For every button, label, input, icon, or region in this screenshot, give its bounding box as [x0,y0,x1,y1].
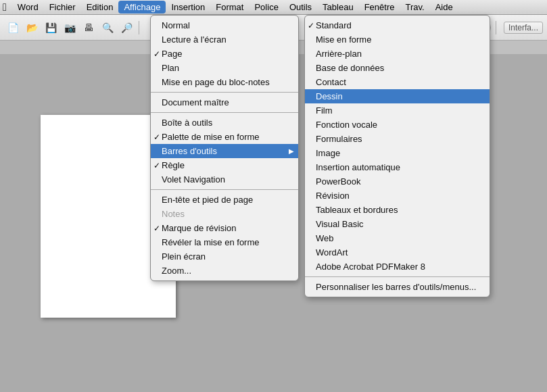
affichage-dropdown: Normal Lecture à l'écran ✓ Page Plan Mis… [150,15,299,281]
menu-affichage-boite-outils[interactable]: Boîte à outils [151,116,298,130]
menu-affichage-volet[interactable]: Volet Navigation [151,172,298,187]
menu-word[interactable]: Word [12,1,44,14]
toolbar-print-icon[interactable]: 🖶 [80,19,97,36]
menu-barres-standard[interactable]: ✓ Standard [305,18,490,32]
menu-bar:  Word Fichier Edition Affichage Inserti… [0,0,547,15]
menu-barres-personnaliser[interactable]: Personnaliser les barres d'outils/menus.… [305,280,490,294]
menu-barres-acrobat[interactable]: Adobe Acrobat PDFMaker 8 [305,260,490,274]
menu-affichage-entete[interactable]: En-tête et pied de page [151,193,298,207]
separator-3 [151,189,298,190]
menu-barres-base-donnees[interactable]: Base de données [305,61,490,75]
check-icon: ✓ [153,161,160,170]
menu-affichage-palette[interactable]: ✓ Palette de mise en forme [151,130,298,144]
menu-barres-insertion-auto[interactable]: Insertion automatique [305,160,490,174]
menu-barres-arriere-plan[interactable]: Arrière-plan [305,47,490,61]
menu-fenetre[interactable]: Fenêtre [359,1,400,14]
menu-affichage-bloc-notes[interactable]: Mise en page du bloc-notes [151,75,298,89]
separator-2 [151,112,298,113]
menu-barres-powerbook[interactable]: PowerBook [305,174,490,189]
menu-affichage[interactable]: Affichage [118,1,166,14]
check-icon: ✓ [308,21,314,30]
menu-affichage-lecture[interactable]: Lecture à l'écran [151,32,298,47]
menu-barres-formulaires[interactable]: Formulaires [305,132,490,146]
menu-barres-tableaux-bordures[interactable]: Tableaux et bordures [305,203,490,217]
menu-affichage-reveler[interactable]: Révéler la mise en forme [151,235,298,249]
menu-aide[interactable]: Aide [430,1,458,14]
menu-barres-fonction-vocale[interactable]: Fonction vocale [305,118,490,132]
menu-outils[interactable]: Outils [284,1,317,14]
menu-barres-mise-en-forme[interactable]: Mise en forme [305,32,490,47]
menu-affichage-zoom[interactable]: Zoom... [151,264,298,278]
menu-affichage-page[interactable]: ✓ Page [151,47,298,61]
menu-barres-wordart[interactable]: WordArt [305,245,490,260]
menu-insertion[interactable]: Insertion [166,1,210,14]
menu-barres-web[interactable]: Web [305,231,490,245]
menu-police[interactable]: Police [249,1,283,14]
toolbar-print-preview-icon[interactable]: 📷 [61,19,78,36]
separator-1 [151,92,298,93]
check-icon: ✓ [153,224,160,233]
check-icon: ✓ [153,49,160,59]
menu-affichage-document-maitre[interactable]: Document maître [151,95,298,109]
menu-barres-film[interactable]: Film [305,103,490,118]
barres-separator [305,276,490,277]
menu-affichage-marque[interactable]: ✓ Marque de révision [151,221,298,235]
toolbar-open-icon[interactable]: 📂 [23,19,41,36]
menu-affichage-regle[interactable]: ✓ Règle [151,158,298,172]
check-icon: ✓ [153,132,160,142]
menu-affichage-notes: Notes [151,207,298,221]
barres-dropdown: ✓ Standard Mise en forme Arrière-plan Ba… [304,15,490,297]
interface-button[interactable]: Interfa... [504,22,543,34]
toolbar-new-icon[interactable]: 📄 [4,19,22,36]
menu-barres-image[interactable]: Image [305,146,490,160]
toolbar-zoom-icon[interactable]: 🔎 [118,19,135,36]
toolbar-save-icon[interactable]: 💾 [42,19,60,36]
menu-trav[interactable]: Trav. [400,1,429,14]
apple-logo-icon[interactable]:  [3,1,7,14]
menu-affichage-normal[interactable]: Normal [151,18,298,32]
toolbar-separator-2 [496,21,496,34]
menu-affichage-plein-ecran[interactable]: Plein écran [151,249,298,264]
menu-fichier[interactable]: Fichier [44,1,81,14]
menu-barres-contact[interactable]: Contact [305,75,490,89]
menu-affichage-barres[interactable]: Barres d'outils [151,144,298,158]
menu-edition[interactable]: Edition [81,1,119,14]
menu-barres-revision[interactable]: Révision [305,189,490,203]
menu-tableau[interactable]: Tableau [317,1,359,14]
menu-affichage-plan[interactable]: Plan [151,61,298,75]
toolbar-search-icon[interactable]: 🔍 [99,19,116,36]
menu-barres-dessin[interactable]: Dessin [305,89,490,103]
menu-format[interactable]: Format [210,1,249,14]
menu-barres-visual-basic[interactable]: Visual Basic [305,217,490,231]
toolbar-separator-1 [139,21,139,34]
